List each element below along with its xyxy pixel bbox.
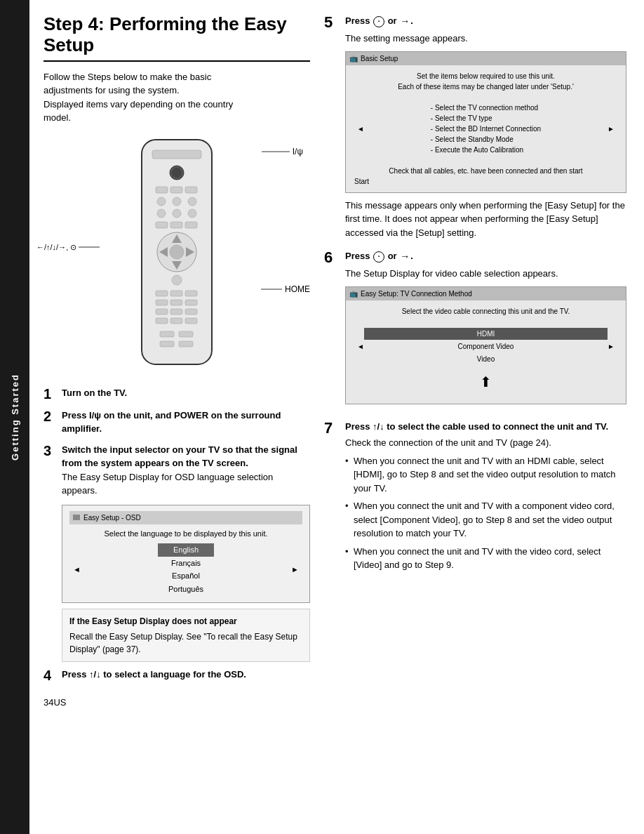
bullet-list: When you connect the unit and TV with an… (345, 454, 626, 572)
page-title: Step 4: Performing the Easy Setup (43, 14, 310, 62)
step-5-num: 5 (324, 14, 340, 31)
main-content: Step 4: Performing the Easy Setup Follow… (29, 0, 644, 834)
cable-screen: 📺 Easy Setup: TV Connection Method Selec… (345, 286, 626, 404)
right-arrow-3: ► (608, 341, 615, 352)
svg-rect-15 (185, 222, 197, 228)
screen-icon-3: 📺 (349, 289, 358, 299)
step-3-bold: Switch the input selector on your TV so … (62, 444, 297, 469)
svg-rect-36 (179, 331, 193, 337)
svg-rect-4 (156, 187, 168, 193)
basic-setup-title-text: Basic Setup (361, 53, 398, 64)
basic-setup-body: Set the items below required to use this… (346, 65, 626, 192)
step-6: 6 Press · or →. The Setup Display for vi… (324, 249, 626, 410)
nav-label: ←/↑/↓/→, ⊙ (36, 243, 100, 252)
svg-point-12 (188, 209, 196, 218)
step-2-content: Press I/ψ on the unit, and POWER on the … (62, 409, 310, 436)
cable-options-row: ◄ HDMI Component Video Video ► (354, 327, 617, 366)
remote-svg (121, 136, 233, 375)
step-5-note-text: This message appears only when performin… (345, 200, 625, 238)
cable-icon: ⬆ (354, 366, 617, 398)
cable-screen-title: 📺 Easy Setup: TV Connection Method (346, 287, 626, 300)
arrow-right-icon-2: → (400, 249, 410, 264)
power-symbol: I/ψ (293, 147, 303, 157)
bullet-1: When you connect the unit and TV with an… (345, 454, 626, 496)
step-5: 5 Press · or →. The setting message appe… (324, 14, 626, 239)
svg-rect-34 (185, 318, 197, 324)
svg-rect-32 (156, 318, 168, 324)
note-box: If the Easy Setup Display does not appea… (62, 609, 310, 662)
start-button: Start (354, 176, 617, 187)
bullet-2: When you connect the unit and TV with a … (345, 499, 626, 541)
item-5: - Execute the Auto Calibration (431, 145, 541, 155)
basic-setup-screen: 📺 Basic Setup Set the items below requir… (345, 51, 626, 193)
svg-rect-29 (156, 309, 168, 315)
circle-icon: · (373, 16, 384, 27)
svg-rect-25 (185, 291, 197, 296)
cable-options: HDMI Component Video Video (364, 327, 608, 366)
osd-prompt: Select the language to be displayed by t… (69, 528, 302, 540)
basic-setup-items: - Select the TV connection method - Sele… (431, 102, 541, 155)
option-portuguese: Português (158, 583, 214, 596)
svg-point-10 (157, 209, 166, 218)
item-2: - Select the TV type (431, 113, 541, 124)
step-3-content: Switch the input selector on your TV so … (62, 443, 310, 498)
step-6-num: 6 (324, 249, 340, 266)
svg-rect-1 (152, 150, 201, 159)
power-label: I/ψ (262, 147, 303, 157)
right-arrow: ► (291, 564, 299, 576)
right-column: 5 Press · or →. The setting message appe… (324, 14, 626, 820)
basic-setup-items-row: ◄ - Select the TV connection method - Se… (354, 102, 617, 155)
arrow-right-icon: → (400, 14, 410, 29)
step-5-heading: Press · or →. (345, 14, 626, 29)
step-5-sub: The setting message appears. (345, 32, 626, 46)
step-4-content: Press ↑/↓ to select a language for the O… (62, 668, 246, 682)
svg-rect-23 (156, 291, 168, 296)
svg-point-9 (188, 197, 196, 206)
left-arrow-3: ◄ (357, 341, 364, 352)
item-4: - Select the Standby Mode (431, 134, 541, 145)
option-hdmi: HDMI (364, 328, 608, 340)
item-1: - Select the TV connection method (431, 102, 541, 113)
step-7-sub: Check the connection of the unit and TV … (345, 436, 626, 450)
step-7-content: Press ↑/↓ to select the cable used to co… (345, 420, 626, 576)
step-3: 3 Switch the input selector on your TV s… (43, 443, 310, 498)
svg-point-7 (157, 197, 166, 206)
svg-rect-13 (156, 222, 168, 228)
svg-point-11 (173, 209, 181, 218)
step-6-sub: The Setup Display for video cable select… (345, 267, 626, 281)
step-7-num: 7 (324, 420, 340, 437)
cable-screen-body: Select the video cable connecting this u… (346, 300, 626, 404)
sidebar-label: Getting Started (10, 373, 20, 461)
sidebar: Getting Started (0, 0, 29, 834)
step-5-content: Press · or →. The setting message appear… (345, 14, 626, 239)
step-1: 1 Turn on the TV. (43, 386, 310, 402)
svg-rect-38 (179, 341, 193, 347)
remote-illustration: I/ψ HOME ←/↑/↓/→, ⊙ (43, 136, 310, 375)
svg-rect-6 (185, 187, 197, 193)
right-arrow-2: ► (608, 124, 615, 134)
osd-options: English Français Español Português (81, 543, 291, 595)
osd-title-bar: Easy Setup - OSD (69, 511, 302, 524)
step-3-sub: The Easy Setup Display for OSD language … (62, 472, 273, 496)
option-french: Français (158, 557, 214, 570)
nav-text: ←/↑/↓/→, ⊙ (36, 243, 76, 252)
step-7-heading: Press ↑/↓ to select the cable used to co… (345, 420, 626, 434)
cable-prompt: Select the video cable connecting this u… (354, 306, 617, 317)
osd-title: Easy Setup - OSD (83, 512, 141, 523)
svg-rect-24 (170, 291, 182, 296)
intro-text: Follow the Steps below to make the basic… (43, 70, 310, 125)
step-3-num: 3 (43, 443, 56, 458)
option-english: English (158, 543, 214, 557)
step-1-num: 1 (43, 386, 56, 402)
svg-rect-35 (160, 331, 174, 337)
svg-point-3 (172, 168, 182, 178)
svg-point-22 (172, 275, 182, 285)
cable-screen-title-text: Easy Setup: TV Connection Method (361, 289, 472, 299)
svg-rect-28 (185, 300, 197, 305)
step-2: 2 Press I/ψ on the unit, and POWER on th… (43, 409, 310, 436)
circle-icon-2: · (373, 251, 384, 263)
osd-arrow-row: ◄ English Français Español Português ► (69, 542, 302, 597)
option-video: Video (364, 353, 608, 365)
step-2-num: 2 (43, 409, 56, 424)
step-2-text: Press I/ψ on the unit, and POWER on the … (62, 410, 281, 435)
